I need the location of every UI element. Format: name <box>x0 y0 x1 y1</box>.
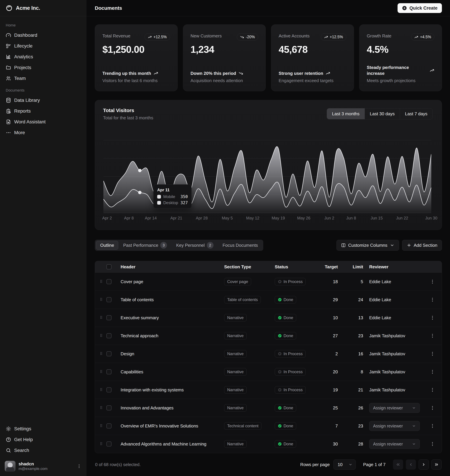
limit-value[interactable]: 24 <box>341 297 366 302</box>
target-value[interactable]: 2 <box>320 351 341 356</box>
sidebar-item-data-library[interactable]: Data Library <box>3 95 83 106</box>
tab-focus-documents[interactable]: Focus Documents <box>219 241 262 250</box>
row-header[interactable]: Cover page <box>117 279 224 284</box>
row-header[interactable]: Integration with existing systems <box>117 387 224 393</box>
sidebar-item-reports[interactable]: Reports <box>3 106 83 116</box>
target-value[interactable]: 25 <box>320 405 341 411</box>
target-value[interactable]: 19 <box>320 387 341 393</box>
row-header[interactable]: Executive summary <box>117 315 224 320</box>
sidebar-item-analytics[interactable]: Analytics <box>3 51 83 62</box>
limit-value[interactable]: 8 <box>341 369 366 375</box>
limit-value[interactable]: 23 <box>341 424 366 429</box>
limit-value[interactable]: 21 <box>341 387 366 393</box>
limit-value[interactable]: 13 <box>341 315 366 320</box>
user-menu-ellipsis-icon[interactable] <box>77 464 82 469</box>
target-value[interactable]: 7 <box>320 424 341 429</box>
table-row[interactable]: Cover page Cover page In Process 18 5 Ed… <box>95 273 442 290</box>
sidebar-item-dashboard[interactable]: Dashboard <box>3 30 83 41</box>
drag-handle-icon[interactable] <box>99 405 103 410</box>
row-menu-ellipsis-icon[interactable] <box>430 387 435 392</box>
row-header[interactable]: Technical approach <box>117 333 224 338</box>
row-header[interactable]: Design <box>117 351 224 356</box>
assign-reviewer-select[interactable]: Assign reviewer <box>369 403 420 413</box>
sidebar-item-lifecycle[interactable]: Lifecycle <box>3 41 83 51</box>
first-page-button[interactable] <box>393 459 403 470</box>
row-checkbox[interactable] <box>107 405 112 410</box>
row-checkbox[interactable] <box>107 441 112 447</box>
range-last-3-months[interactable]: Last 3 months <box>327 108 365 119</box>
rows-per-page-select[interactable]: 10 <box>333 459 356 470</box>
limit-value[interactable]: 16 <box>341 351 366 356</box>
row-checkbox[interactable] <box>107 369 112 374</box>
area-chart[interactable]: Apr 11 Mobile 350 Desktop 327 <box>103 131 431 213</box>
target-value[interactable]: 10 <box>320 315 341 320</box>
target-value[interactable]: 18 <box>320 279 341 284</box>
limit-value[interactable]: 23 <box>341 333 366 338</box>
row-header[interactable]: Capabilities <box>117 369 224 375</box>
range-last-7-days[interactable]: Last 7 days <box>400 108 432 119</box>
customize-columns-button[interactable]: Customize Columns <box>337 240 399 251</box>
target-value[interactable]: 29 <box>320 297 341 302</box>
limit-value[interactable]: 28 <box>341 441 366 447</box>
row-menu-ellipsis-icon[interactable] <box>430 369 435 374</box>
target-value[interactable]: 27 <box>320 333 341 338</box>
drag-handle-icon[interactable] <box>99 279 103 284</box>
limit-value[interactable]: 5 <box>341 279 366 284</box>
prev-page-button[interactable] <box>406 459 416 470</box>
row-menu-ellipsis-icon[interactable] <box>430 424 435 429</box>
sidebar-item-search[interactable]: Search <box>3 445 83 456</box>
row-checkbox[interactable] <box>107 279 112 284</box>
drag-handle-icon[interactable] <box>99 297 103 302</box>
sidebar-item-settings[interactable]: Settings <box>3 424 83 434</box>
table-row[interactable]: Innovation and Advantages Narrative Done… <box>95 399 442 417</box>
add-section-button[interactable]: Add Section <box>402 240 442 251</box>
row-menu-ellipsis-icon[interactable] <box>430 315 435 320</box>
tab-outline[interactable]: Outline <box>96 241 118 250</box>
range-last-30-days[interactable]: Last 30 days <box>365 108 400 119</box>
row-checkbox[interactable] <box>107 333 112 338</box>
user-menu[interactable]: shadcn m@example.com <box>3 459 83 474</box>
sidebar-item-get-help[interactable]: Get Help <box>3 434 83 445</box>
table-row[interactable]: Capabilities Narrative In Process 20 8 J… <box>95 363 442 381</box>
row-menu-ellipsis-icon[interactable] <box>430 279 435 284</box>
sidebar-item-team[interactable]: Team <box>3 73 83 84</box>
target-value[interactable]: 20 <box>320 369 341 375</box>
row-menu-ellipsis-icon[interactable] <box>430 351 435 356</box>
row-menu-ellipsis-icon[interactable] <box>430 297 435 302</box>
drag-handle-icon[interactable] <box>99 387 103 392</box>
row-header[interactable]: Advanced Algorithms and Machine Learning <box>117 441 224 447</box>
row-header[interactable]: Table of contents <box>117 297 224 302</box>
row-header[interactable]: Innovation and Advantages <box>117 405 224 411</box>
sidebar-item-more[interactable]: More <box>3 127 83 138</box>
drag-handle-icon[interactable] <box>99 441 103 447</box>
next-page-button[interactable] <box>419 459 429 470</box>
table-row[interactable]: Integration with existing systems Narrat… <box>95 381 442 399</box>
row-header[interactable]: Overview of EMR's Innovative Solutions <box>117 424 224 429</box>
table-row[interactable]: Technical approach Narrative Done 27 23 … <box>95 327 442 345</box>
drag-handle-icon[interactable] <box>99 369 103 374</box>
table-row[interactable]: Design Narrative In Process 2 16 Jamik T… <box>95 345 442 363</box>
table-row[interactable]: Table of contents Table of contents Done… <box>95 290 442 309</box>
quick-create-button[interactable]: Quick Create <box>397 3 442 13</box>
row-menu-ellipsis-icon[interactable] <box>430 333 435 338</box>
select-all-checkbox[interactable] <box>107 264 112 269</box>
row-checkbox[interactable] <box>107 315 112 320</box>
last-page-button[interactable] <box>432 459 442 470</box>
assign-reviewer-select[interactable]: Assign reviewer <box>369 439 420 449</box>
table-row[interactable]: Advanced Algorithms and Machine Learning… <box>95 435 442 453</box>
tab-past-performance[interactable]: Past Performance3 <box>119 241 171 250</box>
row-checkbox[interactable] <box>107 424 112 429</box>
row-menu-ellipsis-icon[interactable] <box>430 441 435 447</box>
sidebar-item-projects[interactable]: Projects <box>3 62 83 73</box>
row-checkbox[interactable] <box>107 297 112 302</box>
sidebar-item-word-assistant[interactable]: Word Assistant <box>3 116 83 127</box>
assign-reviewer-select[interactable]: Assign reviewer <box>369 421 420 431</box>
row-menu-ellipsis-icon[interactable] <box>430 405 435 410</box>
drag-handle-icon[interactable] <box>99 333 103 338</box>
row-checkbox[interactable] <box>107 351 112 356</box>
drag-handle-icon[interactable] <box>99 315 103 320</box>
limit-value[interactable]: 26 <box>341 405 366 411</box>
tab-key-personnel[interactable]: Key Personnel2 <box>172 241 218 250</box>
drag-handle-icon[interactable] <box>99 424 103 429</box>
table-row[interactable]: Overview of EMR's Innovative Solutions T… <box>95 417 442 435</box>
